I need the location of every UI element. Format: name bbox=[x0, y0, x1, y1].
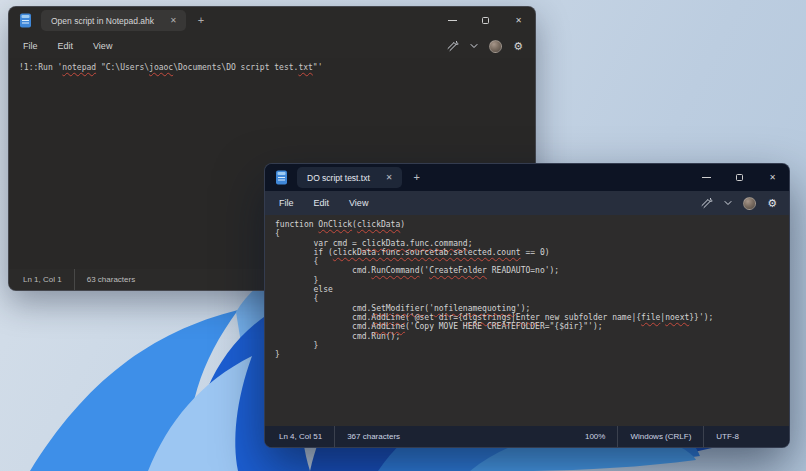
minimize-icon bbox=[702, 177, 711, 178]
tab-close-icon[interactable]: ✕ bbox=[386, 174, 393, 182]
maximize-button[interactable] bbox=[723, 164, 756, 191]
code-line: } bbox=[275, 341, 779, 350]
settings-gear-icon[interactable]: ⚙ bbox=[767, 198, 777, 209]
titlebar[interactable]: DO script test.txt ✕ + ✕ bbox=[265, 164, 789, 191]
menu-file[interactable]: File bbox=[269, 198, 304, 208]
titlebar[interactable]: Open script in Notepad.ahk ✕ + ✕ bbox=[9, 7, 535, 34]
notepad-app-icon bbox=[19, 13, 32, 28]
code-line: !1::Run 'notepad "C:\Users\joaoc\Documen… bbox=[19, 63, 525, 72]
tab-do-script[interactable]: DO script test.txt ✕ bbox=[297, 167, 402, 188]
status-cursor-position: Ln 4, Col 51 bbox=[271, 426, 334, 447]
menu-file[interactable]: File bbox=[13, 41, 48, 51]
menu-view[interactable]: View bbox=[339, 198, 378, 208]
code-line: cmd.AddLine('Copy MOVE HERE CREATEFOLDER… bbox=[275, 322, 779, 331]
new-tab-button[interactable]: + bbox=[198, 15, 204, 26]
code-line: cmd.AddLine('@set dir={dlgstrings|Enter … bbox=[275, 313, 779, 322]
code-line: { bbox=[275, 229, 779, 238]
code-line: var cmd = clickData.func.command; bbox=[275, 239, 779, 248]
code-line: cmd.SetModifier('nofilenamequoting'); bbox=[275, 304, 779, 313]
status-line-ending[interactable]: Windows (CRLF) bbox=[617, 426, 703, 447]
menu-edit[interactable]: Edit bbox=[48, 41, 84, 51]
new-tab-button[interactable]: + bbox=[414, 172, 420, 183]
code-line: else bbox=[275, 285, 779, 294]
close-icon: ✕ bbox=[515, 17, 522, 25]
tab-open-script[interactable]: Open script in Notepad.ahk ✕ bbox=[41, 10, 186, 31]
close-icon: ✕ bbox=[769, 174, 776, 182]
minimize-button[interactable] bbox=[690, 164, 723, 191]
notepad-app-icon bbox=[275, 170, 288, 185]
account-avatar[interactable] bbox=[489, 40, 502, 53]
status-encoding[interactable]: UTF-8 bbox=[703, 426, 751, 447]
rewrite-pen-icon[interactable] bbox=[445, 40, 459, 52]
status-character-count: 367 characters bbox=[334, 426, 412, 447]
chevron-down-icon[interactable] bbox=[724, 200, 732, 206]
menubar: File Edit View ⚙ bbox=[265, 191, 789, 215]
close-button[interactable]: ✕ bbox=[502, 7, 535, 34]
tab-title: DO script test.txt bbox=[307, 173, 370, 183]
rewrite-pen-icon[interactable] bbox=[699, 197, 713, 209]
minimize-icon bbox=[448, 20, 457, 21]
status-cursor-position: Ln 1, Col 1 bbox=[15, 269, 74, 290]
code-line: { bbox=[275, 294, 779, 303]
statusbar: Ln 4, Col 51 367 characters 100% Windows… bbox=[265, 426, 789, 447]
settings-gear-icon[interactable]: ⚙ bbox=[513, 41, 523, 52]
maximize-button[interactable] bbox=[469, 7, 502, 34]
menu-edit[interactable]: Edit bbox=[304, 198, 340, 208]
code-line: cmd.RunCommand('CreateFolder READAUTO=no… bbox=[275, 266, 779, 275]
maximize-icon bbox=[736, 174, 743, 181]
chevron-down-icon[interactable] bbox=[470, 43, 478, 49]
maximize-icon bbox=[482, 17, 489, 24]
account-avatar[interactable] bbox=[743, 197, 756, 210]
menu-view[interactable]: View bbox=[83, 41, 122, 51]
code-line: { bbox=[275, 257, 779, 266]
code-line: } bbox=[275, 350, 779, 359]
notepad-window-do-script[interactable]: DO script test.txt ✕ + ✕ File Edit View … bbox=[264, 163, 790, 448]
minimize-button[interactable] bbox=[436, 7, 469, 34]
code-line: } bbox=[275, 276, 779, 285]
menubar: File Edit View ⚙ bbox=[9, 34, 535, 58]
tab-title: Open script in Notepad.ahk bbox=[51, 16, 154, 26]
code-line: function OnClick(clickData) bbox=[275, 220, 779, 229]
close-button[interactable]: ✕ bbox=[756, 164, 789, 191]
code-line: cmd.Run(); bbox=[275, 332, 779, 341]
status-zoom-level[interactable]: 100% bbox=[577, 426, 617, 447]
text-editor[interactable]: function OnClick(clickData){ var cmd = c… bbox=[265, 215, 789, 426]
code-line: if (clickData.func.sourcetab.selected.co… bbox=[275, 248, 779, 257]
status-character-count: 63 characters bbox=[74, 269, 147, 290]
tab-close-icon[interactable]: ✕ bbox=[170, 17, 177, 25]
